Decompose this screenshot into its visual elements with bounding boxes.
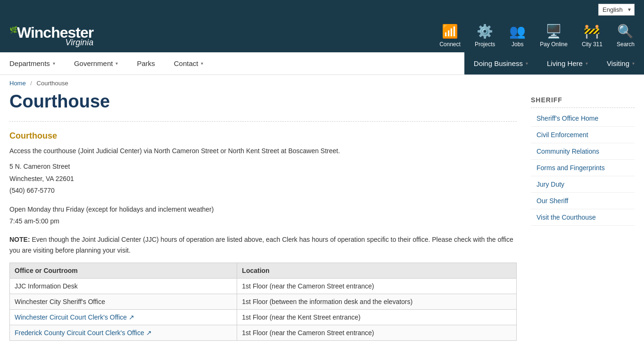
logo-area[interactable]: 🌿Winchester Virginia bbox=[9, 25, 93, 47]
projects-icon: ⚙️ bbox=[477, 24, 493, 39]
logo: 🌿Winchester Virginia bbox=[9, 25, 93, 47]
header-icons: 📶 Connect ⚙️ Projects 👥 Jobs 🖥️ Pay Onli… bbox=[439, 24, 635, 48]
address-line2: Winchester, VA 22601 bbox=[9, 173, 517, 185]
sidebar-link-jury-duty[interactable]: Jury Duty bbox=[531, 176, 635, 193]
note-label: NOTE: bbox=[9, 236, 30, 243]
note-block: NOTE: Even though the Joint Judicial Cen… bbox=[9, 234, 517, 255]
nav-item-government[interactable]: Government ▾ bbox=[65, 52, 128, 74]
content-wrapper: Courthouse Courthouse Access the courtho… bbox=[0, 91, 644, 360]
language-dropdown[interactable]: English bbox=[598, 4, 635, 16]
address-line1: 5 N. Cameron Street bbox=[9, 161, 517, 173]
sidebar-link-civil-enforcement[interactable]: Civil Enforcement bbox=[531, 127, 635, 143]
table-header-row: Office or Courtroom Location bbox=[10, 263, 517, 279]
jobs-label: Jobs bbox=[512, 41, 523, 48]
sidebar-link-community-relations[interactable]: Community Relations bbox=[531, 143, 635, 160]
nav-item-departments[interactable]: Departments ▾ bbox=[0, 52, 65, 74]
breadcrumb-separator: / bbox=[30, 80, 32, 87]
pay-online-label: Pay Online bbox=[540, 41, 568, 48]
city-311-icon-link[interactable]: 🚧 City 311 bbox=[582, 24, 603, 48]
nav-item-contact[interactable]: Contact ▾ bbox=[165, 52, 213, 74]
table-cell-location: 1st Floor (near the Kent Street entrance… bbox=[237, 310, 517, 325]
main-content: Courthouse Courthouse Access the courtho… bbox=[9, 91, 517, 341]
jobs-icon: 👥 bbox=[509, 24, 526, 39]
nav-doing-business-arrow: ▾ bbox=[526, 61, 528, 66]
nav-contact-arrow: ▾ bbox=[201, 61, 203, 66]
sidebar: SHERIFF Sheriff's Office HomeCivil Enfor… bbox=[531, 91, 635, 341]
site-header: 🌿Winchester Virginia 📶 Connect ⚙️ Projec… bbox=[0, 19, 644, 52]
language-selector[interactable]: English bbox=[598, 4, 635, 16]
sidebar-link-forms-and-fingerprints[interactable]: Forms and Fingerprints bbox=[531, 160, 635, 176]
nav-highlighted-group: Doing Business ▾ Living Here ▾ Visiting … bbox=[464, 52, 644, 74]
table-cell-location: 1st Floor (near the Cameron Street entra… bbox=[237, 279, 517, 294]
nav-departments-label: Departments bbox=[9, 59, 50, 67]
location-table: Office or Courtroom Location JJC Informa… bbox=[9, 263, 517, 341]
table-cell-office: Winchester City Sheriff's Office bbox=[10, 294, 237, 310]
top-bar: English bbox=[0, 0, 644, 19]
nav-item-parks[interactable]: Parks bbox=[127, 52, 164, 74]
table-cell-office[interactable]: Frederick County Circuit Court Clerk's O… bbox=[10, 325, 237, 341]
intro-text: Access the courthouse (Joint Judicial Ce… bbox=[9, 146, 517, 156]
projects-icon-link[interactable]: ⚙️ Projects bbox=[475, 24, 495, 48]
table-header-office: Office or Courtroom bbox=[10, 263, 237, 279]
nav-spacer bbox=[213, 52, 464, 74]
nav-item-visiting[interactable]: Visiting ▾ bbox=[597, 52, 644, 74]
connect-icon-link[interactable]: 📶 Connect bbox=[439, 24, 461, 48]
note-text: Even though the Joint Judicial Center (J… bbox=[9, 236, 513, 254]
nav-living-here-arrow: ▾ bbox=[586, 61, 588, 66]
hours-block: Open Monday thru Friday (except for holi… bbox=[9, 204, 517, 227]
title-divider bbox=[9, 121, 517, 122]
table-cell-office: JJC Information Desk bbox=[10, 279, 237, 294]
connect-icon: 📶 bbox=[442, 24, 458, 39]
sidebar-link-sheriff-s-office-home[interactable]: Sheriff's Office Home bbox=[531, 110, 635, 127]
search-icon-link[interactable]: 🔍 Search bbox=[617, 24, 635, 48]
projects-label: Projects bbox=[475, 41, 495, 48]
search-label: Search bbox=[617, 41, 635, 48]
table-row: Winchester City Sheriff's Office1st Floo… bbox=[10, 294, 517, 310]
sidebar-link-our-sheriff[interactable]: Our Sheriff bbox=[531, 193, 635, 209]
sidebar-section-title: SHERIFF bbox=[531, 96, 635, 108]
nav-living-here-label: Living Here bbox=[547, 59, 583, 67]
table-cell-location: 1st Floor (near the Cameron Street entra… bbox=[237, 325, 517, 341]
hours-line2: 7:45 am-5:00 pm bbox=[9, 215, 517, 227]
breadcrumb: Home / Courthouse bbox=[0, 75, 644, 91]
phone: (540) 667-5770 bbox=[9, 185, 517, 197]
main-nav: Departments ▾ Government ▾ Parks Contact… bbox=[0, 52, 644, 75]
nav-departments-arrow: ▾ bbox=[53, 61, 55, 66]
table-header-location: Location bbox=[237, 263, 517, 279]
sidebar-link-visit-the-courthouse[interactable]: Visit the Courthouse bbox=[531, 209, 635, 226]
city-311-label: City 311 bbox=[582, 41, 603, 48]
nav-item-doing-business[interactable]: Doing Business ▾ bbox=[464, 52, 537, 74]
nav-parks-label: Parks bbox=[137, 59, 155, 67]
section-heading: Courthouse bbox=[9, 131, 517, 141]
table-row: JJC Information Desk1st Floor (near the … bbox=[10, 279, 517, 294]
table-office-link[interactable]: Winchester Circuit Court Clerk's Office … bbox=[15, 313, 134, 321]
table-cell-office[interactable]: Winchester Circuit Court Clerk's Office … bbox=[10, 310, 237, 325]
nav-visiting-label: Visiting bbox=[607, 59, 629, 67]
logo-leaf-icon: 🌿 bbox=[9, 26, 17, 33]
table-row: Winchester Circuit Court Clerk's Office … bbox=[10, 310, 517, 325]
city-311-icon: 🚧 bbox=[584, 24, 600, 39]
nav-doing-business-label: Doing Business bbox=[474, 59, 523, 67]
breadcrumb-current: Courthouse bbox=[37, 80, 68, 87]
search-icon: 🔍 bbox=[617, 24, 634, 39]
nav-government-label: Government bbox=[74, 59, 113, 67]
connect-label: Connect bbox=[439, 41, 461, 48]
logo-virginia-text: Virginia bbox=[9, 38, 93, 47]
page-title: Courthouse bbox=[9, 91, 517, 116]
pay-online-icon: 🖥️ bbox=[545, 24, 562, 39]
pay-online-icon-link[interactable]: 🖥️ Pay Online bbox=[540, 24, 568, 48]
table-row: Frederick County Circuit Court Clerk's O… bbox=[10, 325, 517, 341]
table-office-link[interactable]: Frederick County Circuit Court Clerk's O… bbox=[15, 329, 152, 337]
breadcrumb-home[interactable]: Home bbox=[9, 80, 26, 87]
nav-item-living-here[interactable]: Living Here ▾ bbox=[537, 52, 597, 74]
sidebar-links-container: Sheriff's Office HomeCivil EnforcementCo… bbox=[531, 110, 635, 226]
nav-visiting-arrow: ▾ bbox=[632, 61, 635, 66]
hours-line1: Open Monday thru Friday (except for holi… bbox=[9, 204, 517, 215]
address-block: 5 N. Cameron Street Winchester, VA 22601… bbox=[9, 161, 517, 197]
table-cell-location: 1st Floor (between the information desk … bbox=[237, 294, 517, 310]
nav-contact-label: Contact bbox=[174, 59, 198, 67]
nav-government-arrow: ▾ bbox=[116, 61, 118, 66]
jobs-icon-link[interactable]: 👥 Jobs bbox=[509, 24, 526, 48]
